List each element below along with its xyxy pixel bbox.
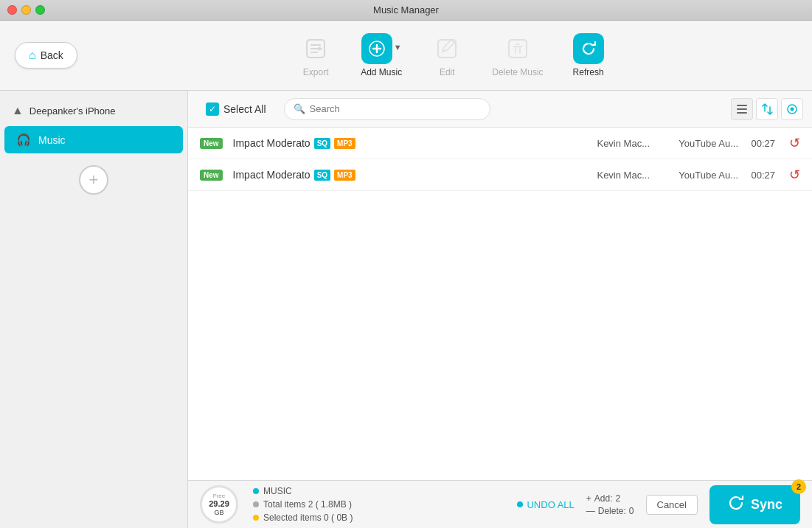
sync-button[interactable]: 2 Sync [709, 485, 800, 524]
storage-unit: GB [214, 509, 223, 516]
storage-indicator: Free 29.29 GB [200, 485, 238, 524]
music-status-row: MUSIC [253, 486, 353, 496]
app-container: ⌂ Back Export [0, 21, 812, 528]
format-badge: MP3 [334, 138, 355, 149]
search-input[interactable] [310, 103, 481, 114]
back-label: Back [41, 49, 63, 61]
table-row[interactable]: New Impact Moderato SQ MP3 Kevin Mac... … [188, 159, 812, 191]
undo-all-button[interactable]: UNDO ALL [517, 499, 574, 510]
music-dot [253, 488, 259, 494]
track-album: YouTube Au... [657, 138, 738, 149]
device-name: Deepanker's iPhone [30, 105, 116, 117]
refresh-label: Refresh [573, 67, 604, 77]
music-label: MUSIC [263, 486, 292, 496]
track-duration: 00:27 [746, 138, 775, 149]
maximize-button[interactable] [35, 5, 45, 15]
undo-all-dot [517, 501, 523, 507]
add-category-button[interactable]: + [79, 165, 108, 195]
export-icon [300, 33, 331, 64]
add-count: 2 [615, 493, 620, 504]
sidebar: ▲ Deepanker's iPhone 🎧 Music + [0, 91, 188, 528]
undo-all-label: UNDO ALL [527, 499, 574, 510]
toolbar-actions: Export ▼ Add Music [107, 33, 797, 77]
track-name: Impact Moderato [233, 137, 310, 149]
headphones-icon: 🎧 [16, 133, 31, 147]
add-music-label: Add Music [361, 67, 402, 77]
view-controls [731, 98, 803, 120]
search-bar-area: ✓ Select All 🔍 [188, 91, 812, 128]
undo-all-section: UNDO ALL [517, 499, 574, 510]
select-all-wrapper[interactable]: ✓ Select All [197, 98, 275, 120]
refresh-action[interactable]: Refresh [573, 33, 604, 77]
track-undo: ↺ [782, 135, 800, 151]
track-artist: Kevin Mac... [576, 170, 650, 181]
svg-rect-5 [737, 108, 747, 110]
selected-dot [253, 515, 259, 521]
status-actions: UNDO ALL + Add: 2 — Delete: 0 [517, 485, 800, 524]
sort-view-button[interactable] [756, 98, 778, 120]
device-header: ▲ Deepanker's iPhone [0, 98, 187, 126]
format-badge: MP3 [334, 170, 355, 181]
minimize-button[interactable] [21, 5, 31, 15]
toolbar: ⌂ Back Export [0, 21, 812, 91]
delete-music-icon [502, 33, 533, 64]
sidebar-music-label: Music [38, 134, 66, 146]
list-view-button[interactable] [731, 98, 753, 120]
main-panel: ✓ Select All 🔍 [188, 91, 812, 528]
add-section: + [0, 165, 187, 195]
settings-view-button[interactable] [781, 98, 803, 120]
delete-music-action[interactable]: Delete Music [492, 33, 543, 77]
sync-icon [727, 494, 745, 515]
track-duration: 00:27 [746, 170, 775, 181]
refresh-icon [573, 33, 604, 64]
content-area: ▲ Deepanker's iPhone 🎧 Music + ✓ Select … [0, 91, 812, 528]
track-artist: Kevin Mac... [576, 138, 650, 149]
svg-rect-4 [737, 105, 747, 106]
svg-point-8 [791, 107, 794, 111]
search-box: 🔍 [284, 98, 490, 120]
export-action[interactable]: Export [300, 33, 331, 77]
status-bar: Free 29.29 GB MUSIC Total items 2 ( 1.8M… [188, 480, 812, 528]
back-arrow-icon: ⌂ [29, 49, 36, 62]
delete-music-label: Delete Music [492, 67, 543, 77]
table-row[interactable]: New Impact Moderato SQ MP3 Kevin Mac... … [188, 128, 812, 159]
undo-button[interactable]: ↺ [789, 135, 800, 151]
svg-rect-3 [509, 40, 527, 58]
quality-badge: SQ [314, 138, 330, 149]
search-icon: 🔍 [294, 103, 305, 114]
new-badge: New [200, 138, 223, 149]
selected-items-row: Selected items 0 ( 0B ) [253, 513, 353, 523]
edit-label: Edit [440, 67, 455, 77]
track-list: New Impact Moderato SQ MP3 Kevin Mac... … [188, 128, 812, 480]
quality-badge: SQ [314, 170, 330, 181]
edit-icon [431, 33, 462, 64]
dropdown-arrow-icon: ▼ [394, 43, 402, 52]
total-items-row: Total items 2 ( 1.8MB ) [253, 499, 353, 510]
add-music-icon [361, 33, 392, 64]
window-title: Music Manager [373, 4, 439, 15]
sidebar-item-music[interactable]: 🎧 Music [4, 126, 183, 153]
titlebar-buttons [7, 5, 45, 15]
cancel-button[interactable]: Cancel [646, 495, 698, 515]
add-music-action[interactable]: ▼ Add Music [361, 33, 402, 77]
track-title: Impact Moderato SQ MP3 [233, 169, 569, 181]
device-icon: ▲ [12, 104, 24, 117]
close-button[interactable] [7, 5, 17, 15]
total-items-label: Total items 2 ( 1.8MB ) [263, 499, 352, 510]
track-title: Impact Moderato SQ MP3 [233, 137, 569, 149]
back-button[interactable]: ⌂ Back [15, 42, 77, 69]
select-all-label: Select All [223, 103, 266, 115]
track-undo: ↺ [782, 167, 800, 183]
add-delete-info: + Add: 2 — Delete: 0 [586, 493, 634, 516]
new-badge: New [200, 170, 223, 181]
total-dot [253, 501, 259, 507]
undo-button[interactable]: ↺ [789, 167, 800, 183]
status-info: MUSIC Total items 2 ( 1.8MB ) Selected i… [253, 486, 353, 523]
track-album: YouTube Au... [657, 170, 738, 181]
export-label: Export [303, 67, 329, 77]
sync-label: Sync [751, 497, 782, 513]
add-music-wrapper: ▼ [361, 33, 402, 64]
add-label: Add: [594, 493, 613, 504]
track-name: Impact Moderato [233, 169, 310, 181]
edit-action[interactable]: Edit [431, 33, 462, 77]
